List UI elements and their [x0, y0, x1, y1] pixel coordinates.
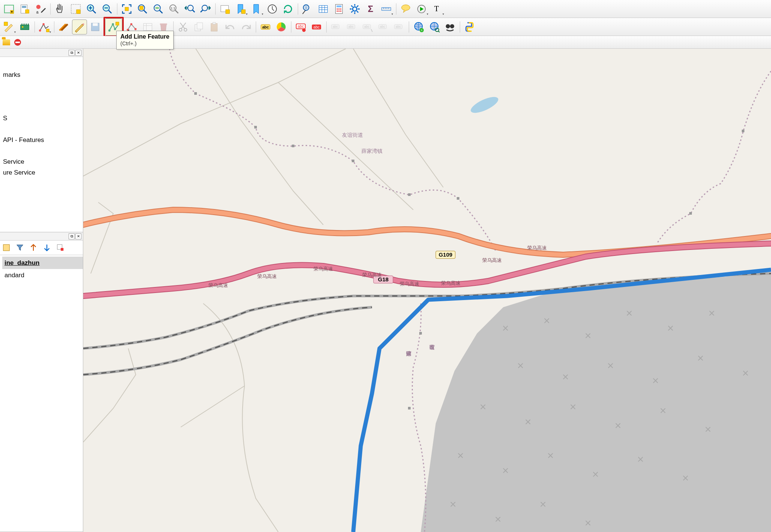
no-entry-button[interactable]: [13, 37, 22, 47]
statistics-button[interactable]: Σ: [363, 1, 378, 16]
layer-diagram-button[interactable]: [274, 19, 289, 34]
panel-undock-button[interactable]: ⧉: [69, 233, 75, 239]
browser-item[interactable]: [2, 80, 83, 91]
layer-item[interactable]: andard: [2, 269, 83, 281]
osm-download-button[interactable]: +: [411, 19, 426, 34]
multi-edit-button[interactable]: [56, 19, 71, 34]
text-annotation-button[interactable]: T▾: [430, 1, 445, 16]
svg-text:薛家湾镇: 薛家湾镇: [406, 351, 411, 357]
browser-item[interactable]: marks: [2, 69, 83, 80]
new-map-view-button[interactable]: [218, 1, 232, 16]
toggle-editing-button[interactable]: [72, 19, 87, 34]
browser-item[interactable]: Service: [2, 156, 83, 167]
browser-item[interactable]: [2, 58, 83, 69]
svg-rect-58: [160, 23, 167, 25]
copy-button: [191, 19, 206, 34]
browser-item[interactable]: [2, 145, 83, 156]
layer-collapse-button[interactable]: [42, 243, 52, 253]
layer-style-button[interactable]: [2, 243, 11, 253]
svg-text:友谊街道: 友谊街道: [429, 344, 434, 350]
layer-item[interactable]: ine_dazhun: [2, 257, 83, 269]
layers-panel-header: ⧉ ✕: [0, 232, 83, 241]
plugin-copilot-button[interactable]: [17, 19, 32, 34]
identify-button[interactable]: i: [300, 1, 315, 16]
zoom-native-button[interactable]: 1:1: [166, 1, 182, 16]
svg-point-88: [450, 24, 454, 28]
browser-item[interactable]: ure Service: [2, 167, 83, 178]
zoom-out-button[interactable]: [100, 1, 115, 16]
svg-rect-9: [76, 9, 80, 13]
svg-text:abc: abc: [396, 24, 401, 28]
svg-text:G109: G109: [439, 251, 453, 258]
label-change-button: abc: [392, 19, 406, 34]
processing-toolbox-button[interactable]: [347, 1, 362, 16]
zoom-to-selection-button[interactable]: [135, 1, 150, 16]
layer-remove-button[interactable]: [56, 243, 65, 253]
svg-text:1:1: 1:1: [171, 6, 176, 10]
field-calculator-button[interactable]: [332, 1, 346, 16]
show-bookmarks-button[interactable]: ▾: [249, 1, 264, 16]
attribute-table-button[interactable]: [316, 1, 331, 16]
tooltip-title: Add Line Feature: [120, 33, 170, 40]
svg-rect-23: [242, 9, 245, 13]
new-bookmark-button[interactable]: ▾: [233, 1, 248, 16]
browser-tree[interactable]: marks S API - Features Serviceure Servic…: [0, 57, 83, 232]
label-highlight-pinned-button[interactable]: abc: [293, 19, 308, 34]
current-edits-button[interactable]: ▾: [2, 19, 16, 34]
svg-point-45: [39, 29, 41, 31]
svg-rect-103: [408, 407, 411, 409]
pan-button[interactable]: [52, 1, 68, 16]
favorites-folder-button[interactable]: [2, 37, 11, 47]
layer-expand-button[interactable]: [28, 243, 38, 253]
pan-to-selection-button[interactable]: [68, 1, 83, 16]
osm-search-button[interactable]: [427, 19, 442, 34]
undo-button: [223, 19, 238, 34]
svg-rect-76: [363, 24, 371, 28]
svg-rect-89: [3, 245, 10, 251]
run-feature-action-button[interactable]: ▾: [414, 1, 429, 16]
browser-item[interactable]: [2, 102, 83, 113]
browser-item[interactable]: [2, 124, 83, 134]
map-canvas[interactable]: G109G18荣乌高速荣乌高速荣乌高速荣乌高速荣乌高速荣乌高速荣乌高速荣乌高速友…: [83, 49, 771, 532]
svg-text:荣乌高速: 荣乌高速: [314, 266, 333, 272]
map-tips-button[interactable]: [398, 1, 413, 16]
layer-filter-button[interactable]: [15, 243, 25, 253]
svg-rect-48: [92, 23, 99, 31]
svg-text:荣乌高速: 荣乌高速: [482, 257, 502, 263]
svg-point-55: [130, 23, 132, 25]
svg-text:Σ: Σ: [368, 3, 374, 13]
main-toolbar: ★ a 1:1 ▾ ▾ i Σ ▾ ▾ T▾: [0, 0, 771, 18]
svg-rect-74: [347, 24, 355, 28]
svg-point-52: [114, 28, 116, 30]
style-manager-button[interactable]: a: [33, 1, 48, 16]
svg-rect-78: [379, 24, 387, 28]
zoom-to-layer-button[interactable]: [151, 1, 166, 16]
svg-rect-49: [93, 23, 98, 26]
layers-tree[interactable]: ine_dazhunandard: [0, 255, 83, 532]
layer-labeling-button[interactable]: abc: [258, 19, 273, 34]
osm-place-search-button[interactable]: [442, 19, 458, 34]
panel-close-button[interactable]: ✕: [75, 233, 81, 239]
python-console-button[interactable]: [462, 19, 477, 34]
open-data-source-manager-button[interactable]: ★: [2, 1, 16, 16]
svg-rect-99: [457, 197, 459, 200]
svg-point-20: [202, 5, 208, 10]
measure-button[interactable]: ▾: [379, 1, 394, 16]
panel-close-button[interactable]: ✕: [75, 50, 81, 56]
refresh-button[interactable]: [280, 1, 296, 16]
zoom-last-button[interactable]: [182, 1, 197, 16]
svg-rect-38: [382, 7, 391, 10]
svg-rect-97: [352, 160, 354, 162]
panel-undock-button[interactable]: ⧉: [69, 50, 75, 56]
browser-item[interactable]: [2, 91, 83, 102]
zoom-full-button[interactable]: [119, 1, 134, 16]
label-toggle-button[interactable]: abc: [309, 19, 324, 34]
new-print-layout-button[interactable]: [17, 1, 32, 16]
node-tool-button[interactable]: ▾: [37, 19, 52, 34]
browser-item[interactable]: API - Features: [2, 134, 83, 145]
temporal-controller-button[interactable]: [265, 1, 280, 16]
zoom-next-button[interactable]: [198, 1, 213, 16]
browser-item[interactable]: S: [2, 113, 83, 124]
zoom-in-button[interactable]: [84, 1, 99, 16]
svg-text:i: i: [306, 6, 306, 10]
